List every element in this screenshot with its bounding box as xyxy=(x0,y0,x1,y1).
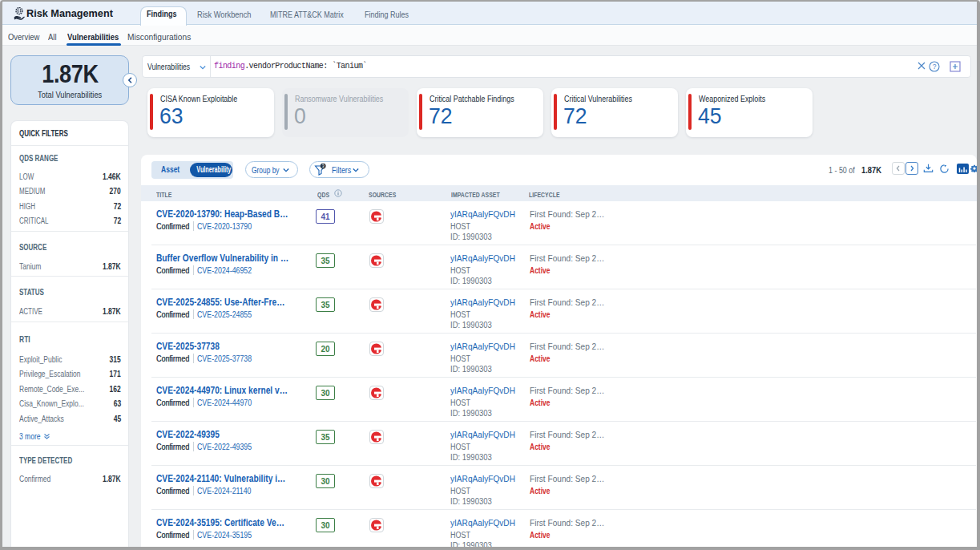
svg-text:?: ? xyxy=(933,63,937,71)
